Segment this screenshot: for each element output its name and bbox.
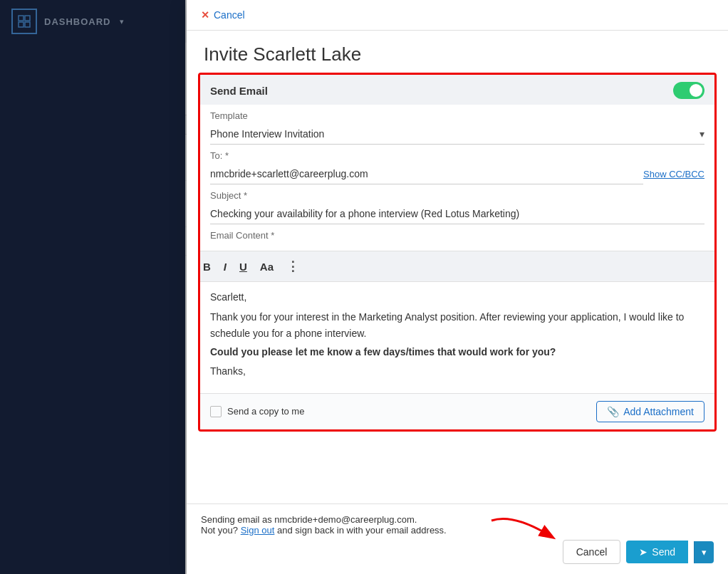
copy-label: Send a copy to me: [227, 406, 304, 417]
body-closing: Thanks,: [210, 363, 704, 379]
more-options-button[interactable]: ⋮: [284, 257, 302, 276]
footer-actions: Cancel ➤ Send ▾: [201, 540, 714, 564]
copy-checkbox[interactable]: [210, 406, 222, 417]
to-input[interactable]: [210, 164, 643, 184]
template-label: Template: [210, 105, 704, 124]
add-attachment-button[interactable]: 📎 Add Attachment: [596, 401, 704, 422]
sign-out-link[interactable]: Sign out: [241, 525, 275, 536]
subject-label: Subject *: [210, 184, 704, 204]
send-email-label: Send Email: [210, 85, 268, 97]
italic-button[interactable]: I: [221, 259, 229, 274]
chevron-down-icon: ▾: [700, 128, 704, 140]
body-bold-line: Could you please let me know a few days/…: [210, 344, 704, 360]
email-body-content[interactable]: Scarlett, Thank you for your interest in…: [210, 282, 704, 386]
form-body: Template Phone Interview Invitation ▾ To…: [200, 105, 714, 251]
bold-button[interactable]: B: [200, 259, 214, 274]
email-content-label: Email Content *: [210, 224, 704, 244]
send-email-toggle[interactable]: [673, 82, 704, 99]
send-button[interactable]: ➤ Send: [626, 541, 688, 563]
modal-title: Invite Scarlett Lake: [187, 31, 728, 73]
footer-email-info: Sending email as nmcbride+demo@careerplu…: [201, 514, 714, 536]
modal-footer: Sending email as nmcbride+demo@careerplu…: [187, 503, 728, 574]
body-greeting: Scarlett,: [210, 289, 704, 305]
paperclip-icon: 📎: [607, 406, 619, 417]
form-footer: Send a copy to me 📎 Add Attachment: [200, 393, 714, 429]
template-value: Phone Interview Invitation: [210, 128, 324, 140]
email-toolbar: B I U Aa ⋮: [198, 251, 717, 282]
invite-modal: ✕ Cancel Invite Scarlett Lake Send Email…: [187, 0, 728, 574]
modal-cancel-bar: ✕ Cancel: [187, 0, 728, 31]
send-icon: ➤: [639, 546, 648, 558]
cancel-link[interactable]: ✕ Cancel: [201, 9, 245, 21]
chevron-down-icon: ▾: [702, 547, 707, 558]
body-line1: Thank you for your interest in the Marke…: [210, 309, 704, 341]
close-icon: ✕: [201, 9, 209, 21]
send-dropdown-button[interactable]: ▾: [694, 541, 714, 563]
toggle-knob: [690, 84, 702, 97]
email-form: Send Email Template Phone Interview Invi…: [198, 73, 717, 432]
underline-button[interactable]: U: [236, 259, 250, 274]
send-email-header: Send Email: [200, 75, 714, 105]
email-body-area: Scarlett, Thank you for your interest in…: [200, 282, 714, 393]
subject-input[interactable]: [210, 204, 704, 224]
copy-row: Send a copy to me: [210, 406, 304, 417]
to-row: Show CC/BCC: [210, 164, 704, 184]
template-select[interactable]: Phone Interview Invitation ▾: [210, 124, 704, 145]
cancel-button[interactable]: Cancel: [563, 540, 621, 564]
show-cc-link[interactable]: Show CC/BCC: [643, 169, 704, 179]
font-button[interactable]: Aa: [257, 259, 276, 274]
to-label: To: *: [210, 145, 704, 164]
